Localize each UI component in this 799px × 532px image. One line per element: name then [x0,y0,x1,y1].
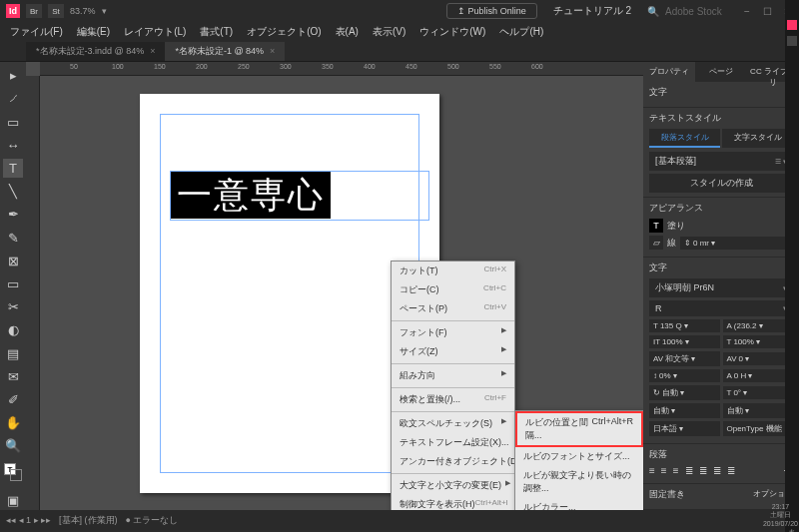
view-mode[interactable]: ▣ [3,491,23,510]
tray-icon[interactable] [787,20,797,30]
bshift[interactable]: A 0 H ▾ [723,369,794,382]
page-tool[interactable]: ▭ [3,112,23,131]
menu-item[interactable]: アンカー付きオブジェクト(D) [392,452,514,471]
tab-para-style[interactable]: 段落スタイル [649,129,720,148]
app-icon: Id [6,4,20,18]
menu-item[interactable]: 検索と置換(/)...Ctrl+F [392,390,514,409]
menu-item[interactable]: ヘルプ(H) [493,23,549,41]
menu-item[interactable]: ファイル(F) [4,23,69,41]
justify-4[interactable]: ≣ [727,465,735,476]
rot1[interactable]: ↻ 自動 ▾ [649,385,720,400]
menu-item[interactable]: オブジェクト(O) [241,23,327,41]
properties-panel: プロパティ ページ CC ライブラリ 文字 テキストスタイル 段落スタイル 文字… [643,62,799,510]
align-left[interactable]: ≡ [649,465,655,476]
clock: 23:17土曜日2019/07/20 [763,503,798,528]
pen-tool[interactable]: ✒ [3,205,23,224]
weight-dropdown[interactable]: R▾ [649,300,793,316]
menu-item[interactable]: 制御文字を表示(H)Ctrl+Alt+I [392,495,514,510]
rot2[interactable]: T 0° ▾ [723,386,794,399]
menu-item[interactable]: 編集(E) [71,23,116,41]
minimize-button[interactable]: − [741,6,753,17]
align-center[interactable]: ≡ [661,465,667,476]
auto2[interactable]: 自動 ▾ [723,403,794,418]
page-nav[interactable]: ◂◂ ◂ 1 ▸ ▸▸ [6,515,51,525]
menu-item[interactable]: コピー(C)Ctrl+C [392,280,514,299]
tab-char-style[interactable]: 文字スタイル [722,129,793,148]
rect-tool[interactable]: ▭ [3,274,23,293]
menu-item[interactable]: ウィンドウ(W) [413,23,491,41]
maximize-button[interactable]: ☐ [761,6,773,17]
stroke-swatch[interactable]: ▱ [649,236,663,250]
hscale[interactable]: T 100% ▾ [723,335,794,348]
justify-3[interactable]: ≣ [713,465,721,476]
line-tool[interactable]: ╲ [3,182,23,201]
doc-tab-0[interactable]: *名称未設定-3.indd @ 84%× [26,42,165,61]
submenu-item[interactable]: ルビのフォントとサイズ... [515,447,643,466]
tracking[interactable]: AV 0 ▾ [723,352,794,365]
transform-tool[interactable]: ◐ [3,320,23,339]
zoom-dd[interactable]: ▾ [102,6,107,16]
menu-item[interactable]: 欧文スペルチェック(S) [392,414,514,433]
gradient-tool[interactable]: ▤ [3,343,23,362]
scissors-tool[interactable]: ✂ [3,297,23,316]
submenu-item[interactable]: ルビカラー... [515,498,643,510]
fill-stroke-swatch[interactable]: T [4,463,22,480]
zoom-tool[interactable]: 🔍 [3,436,23,455]
eyedropper-tool[interactable]: ✐ [3,390,23,409]
preflight[interactable]: ● エラーなし [126,514,179,527]
status-bar: ◂◂ ◂ 1 ▸ ▸▸ [基本] (作業用) ● エラーなし [0,510,799,530]
menu-item[interactable]: フォント(F) [392,323,514,342]
leading[interactable]: A (236.2 ▾ [723,319,794,332]
align-right[interactable]: ≡ [673,465,679,476]
gap-tool[interactable]: ↔ [3,136,23,155]
tab-properties[interactable]: プロパティ [643,62,695,82]
menu-item[interactable]: サイズ(Z) [392,342,514,361]
hand-tool[interactable]: ✋ [3,413,23,432]
vscale[interactable]: IT 100% ▾ [649,335,720,348]
st-icon[interactable]: St [48,4,64,18]
layer-dropdown[interactable]: [基本] (作業用) [59,514,118,527]
tray-icon[interactable] [787,36,797,46]
menu-item[interactable]: 組み方向 [392,366,514,385]
menu-item[interactable]: テキストフレーム設定(X)... [392,433,514,452]
note-tool[interactable]: ✉ [3,367,23,386]
zoom-level[interactable]: 83.7% [70,6,96,16]
canvas[interactable]: 50100150200250300350400450500550600 一意専心… [26,62,643,510]
kerning[interactable]: AV 和文等 ▾ [649,351,720,366]
tab-pages[interactable]: ページ [695,62,747,82]
stroke-width[interactable]: ⇕0 mr▾ [680,237,793,250]
menu-item[interactable]: 書式(T) [194,23,239,41]
menu-item[interactable]: 表(A) [330,23,365,41]
menu-item[interactable]: 表示(V) [367,23,411,41]
lang[interactable]: 日本語 ▾ [649,421,720,436]
menu-item[interactable]: カット(T)Ctrl+X [392,262,514,280]
menu-item[interactable]: 大文字と小文字の変更(E) [392,476,514,495]
opentype-button[interactable]: OpenType 機能 [723,421,794,436]
menu-item[interactable]: レイアウト(L) [118,23,192,41]
rect-frame-tool[interactable]: ⊠ [3,252,23,270]
br-icon[interactable]: Br [26,4,42,18]
tutorial-link[interactable]: チュートリアル 2 [553,4,631,18]
justify-1[interactable]: ≣ [685,465,693,476]
selected-text[interactable]: 一意専心 [171,172,331,219]
selection-tool[interactable]: ▸ [3,66,23,85]
font-size[interactable]: T 135 Q ▾ [649,319,720,332]
search-input[interactable]: Adobe Stock [665,6,735,17]
text-frame[interactable]: 一意専心 [170,171,429,221]
submenu-item[interactable]: ルビの位置と間隔...Ctrl+Alt+R [515,411,643,447]
baseline[interactable]: ↕ 0% ▾ [649,369,720,382]
direct-selection-tool[interactable]: ⟋ [3,89,23,108]
auto1[interactable]: 自動 ▾ [649,403,720,418]
type-tool[interactable]: T [3,159,23,178]
publish-button[interactable]: ↥ Publish Online [446,3,537,19]
font-dropdown[interactable]: 小塚明朝 Pr6N▾ [649,278,793,297]
doc-tab-1[interactable]: *名称未設定-1 @ 84%× [165,42,285,61]
pencil-tool[interactable]: ✎ [3,228,23,247]
para-style-dropdown[interactable]: [基本段落]☰ ▾ [649,152,793,171]
menu-bar: ファイル(F)編集(E)レイアウト(L)書式(T)オブジェクト(O)表(A)表示… [0,22,799,42]
fill-swatch[interactable]: T [649,219,663,233]
make-style-button[interactable]: スタイルの作成 [649,174,793,193]
justify-2[interactable]: ≣ [699,465,707,476]
submenu-item[interactable]: ルビが親文字より長い時の調整... [515,466,643,498]
menu-item[interactable]: ペースト(P)Ctrl+V [392,299,514,318]
